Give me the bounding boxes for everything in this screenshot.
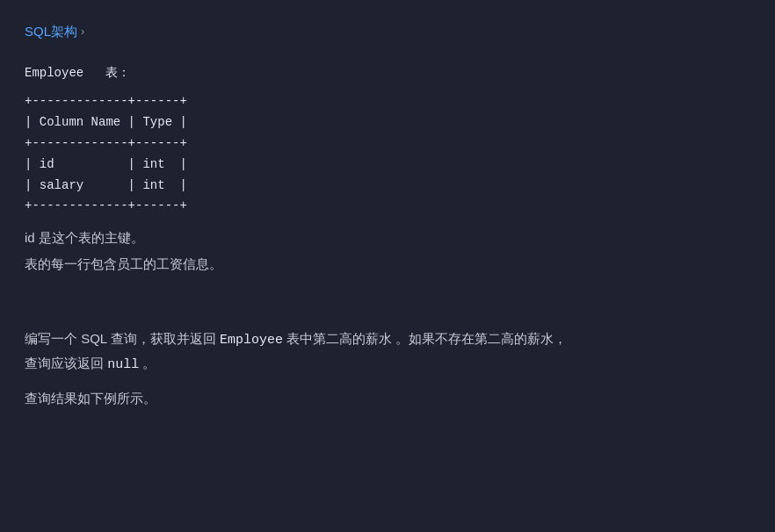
- question-part3: 查询应该返回: [25, 356, 107, 370]
- table-section: Employee 表： +-------------+------+ | Col…: [25, 63, 750, 275]
- desc-primary-key: id 是这个表的主键。: [25, 227, 750, 248]
- table-label: Employee 表：: [25, 63, 750, 83]
- breadcrumb-chevron: ›: [81, 23, 84, 41]
- question-part2: 表中第二高的薪水 。如果不存在第二高的薪水，: [283, 331, 567, 346]
- question-section: 编写一个 SQL 查询，获取并返回 Employee 表中第二高的薪水 。如果不…: [25, 327, 750, 409]
- table-label-suffix: 表：: [105, 66, 130, 80]
- breadcrumb[interactable]: SQL架构 ›: [25, 21, 750, 42]
- table-name: Employee: [25, 66, 83, 80]
- spacer: [25, 292, 750, 319]
- breadcrumb-text: SQL架构: [25, 21, 77, 42]
- question-text: 编写一个 SQL 查询，获取并返回 Employee 表中第二高的薪水 。如果不…: [25, 327, 750, 376]
- page-container: SQL架构 › Employee 表： +-------------+-----…: [0, 0, 775, 430]
- question-part4: 。: [139, 356, 156, 370]
- result-label: 查询结果如下例所示。: [25, 388, 750, 409]
- null-code: null: [107, 357, 139, 372]
- ascii-table: +-------------+------+ | Column Name | T…: [25, 91, 750, 217]
- desc-row-info: 表的每一行包含员工的工资信息。: [25, 254, 750, 275]
- question-part1: 编写一个 SQL 查询，获取并返回: [25, 331, 220, 346]
- employee-code: Employee: [220, 333, 283, 348]
